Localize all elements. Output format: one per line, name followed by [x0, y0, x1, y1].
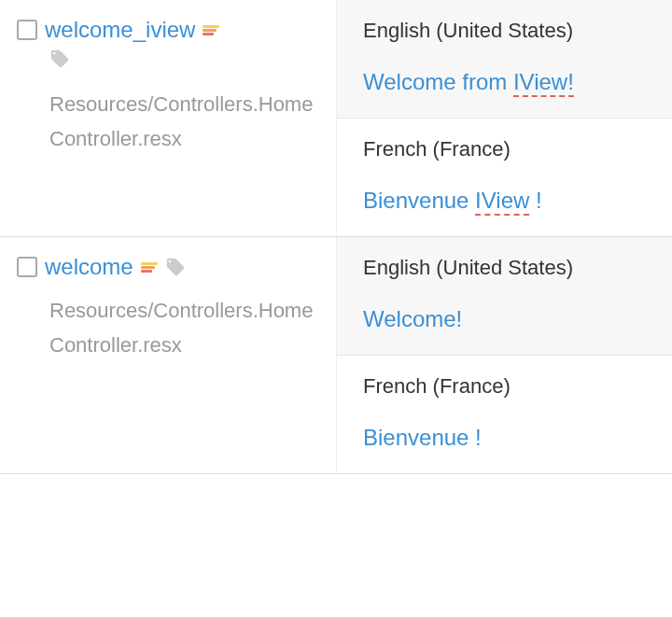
translation-value[interactable]: Bienvenue !	[363, 425, 646, 451]
locale-label: French (France)	[363, 374, 646, 399]
filter-icon[interactable]	[203, 25, 219, 35]
translation-block: French (France) Bienvenue !	[337, 356, 672, 473]
key-column: welcome_iview Resources/Controllers.Home…	[0, 0, 336, 236]
translation-value[interactable]: Bienvenue IView !	[363, 188, 646, 214]
translation-block: English (United States) Welcome!	[337, 237, 672, 356]
key-name[interactable]: welcome	[45, 254, 133, 280]
filter-icon[interactable]	[141, 262, 158, 273]
translations-column: English (United States) Welcome from IVi…	[336, 0, 672, 236]
resource-row: welcome Resources/Controllers.HomeContro…	[0, 237, 672, 474]
key-name[interactable]: welcome_iview	[45, 17, 195, 43]
resource-path: Resources/Controllers.HomeController.res…	[49, 87, 319, 157]
resource-row: welcome_iview Resources/Controllers.Home…	[0, 0, 672, 237]
translation-block: English (United States) Welcome from IVi…	[337, 0, 672, 119]
tag-row	[49, 49, 319, 74]
select-checkbox[interactable]	[17, 20, 37, 40]
spellcheck-flag: IView	[475, 188, 529, 216]
locale-label: English (United States)	[363, 19, 646, 43]
translation-block: French (France) Bienvenue IView !	[337, 119, 672, 236]
translations-column: English (United States) Welcome! French …	[336, 237, 672, 473]
locale-label: French (France)	[363, 137, 646, 161]
translation-value[interactable]: Welcome!	[363, 306, 646, 332]
tag-icon[interactable]	[165, 257, 186, 277]
key-column: welcome Resources/Controllers.HomeContro…	[0, 237, 336, 473]
translation-value[interactable]: Welcome from IView!	[363, 69, 646, 95]
locale-label: English (United States)	[363, 256, 646, 280]
resource-path: Resources/Controllers.HomeController.res…	[49, 293, 319, 363]
select-checkbox[interactable]	[17, 257, 37, 277]
spellcheck-flag: IView!	[513, 69, 574, 97]
key-header: welcome_iview	[17, 17, 319, 43]
key-header: welcome	[17, 254, 319, 280]
tag-icon[interactable]	[49, 49, 70, 69]
